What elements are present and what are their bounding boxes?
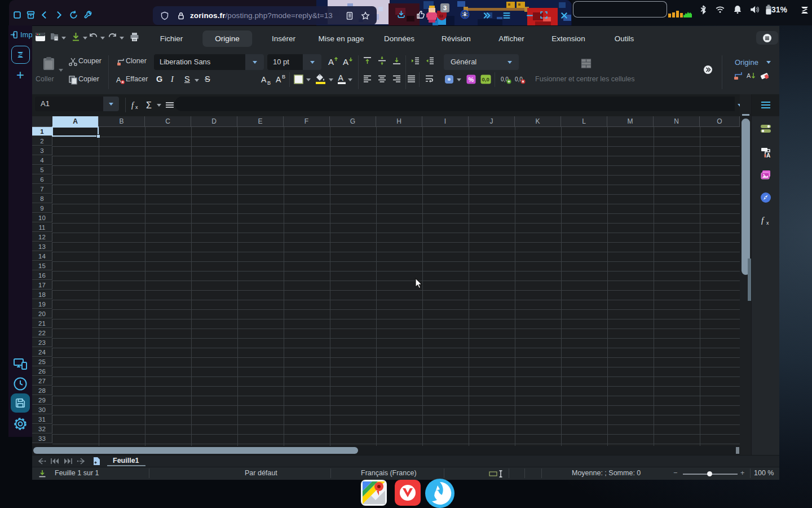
thumbs-up-icon[interactable] [416,10,426,20]
clone-icon[interactable] [116,57,125,67]
autosum-icon[interactable]: Σ [144,99,155,111]
toggles-icon[interactable] [760,123,771,134]
remove-decimal-icon[interactable]: 0,0 [515,74,526,85]
paint-roller-icon[interactable]: A [760,147,771,158]
row-header-16[interactable]: 16 [32,271,52,280]
archive-icon[interactable] [26,10,36,20]
status-style[interactable]: Par défaut [245,469,277,477]
row-header-6[interactable]: 6 [32,175,52,184]
horizontal-scrollbar[interactable] [33,447,358,454]
ribbon-tab-révision[interactable]: Révision [429,30,483,47]
column-headers[interactable]: ABCDEFGHIJKLMNO [32,116,740,127]
row-header-28[interactable]: 28 [32,386,52,395]
more-options-button[interactable] [704,65,712,74]
url-bar[interactable]: zorinos.fr/posting.php?mode=reply&t=13 [153,6,377,25]
fill-color-icon[interactable] [315,73,326,85]
row-header-33[interactable]: 33 [32,434,52,443]
fx-icon[interactable]: fx [760,214,771,226]
row-header-25[interactable]: 25 [32,357,52,366]
download-tray-icon[interactable] [396,10,406,19]
floppy-panel-bg[interactable] [11,393,30,413]
star-icon[interactable] [361,11,370,20]
status-download-icon[interactable] [38,470,46,478]
ribbon-tab-mise-en-page[interactable]: Mise en page [306,30,376,47]
eu-lock-icon[interactable] [460,10,470,19]
row-header-13[interactable]: 13 [32,242,52,251]
row-header-30[interactable]: 30 [32,405,52,414]
font-decrease-icon[interactable]: A [342,56,354,68]
font-size-field[interactable]: 10 pt [267,54,303,70]
row-header-26[interactable]: 26 [32,367,52,376]
row-header-20[interactable]: 20 [32,309,52,318]
row-header-4[interactable]: 4 [32,156,52,165]
column-header-A[interactable]: A [52,116,99,127]
column-header-O[interactable]: O [700,116,740,127]
column-header-F[interactable]: F [284,116,330,127]
named-ranges-icon[interactable] [165,101,174,109]
column-header-C[interactable]: C [145,116,191,127]
row-header-14[interactable]: 14 [32,252,52,261]
row-header-10[interactable]: 10 [32,213,52,222]
align-center-icon[interactable] [377,74,387,84]
ribbon-tab-origine[interactable]: Origine [202,30,252,47]
vivaldi-icon[interactable] [395,480,421,506]
row-header-11[interactable]: 11 [32,223,52,232]
font-increase-icon[interactable]: A [327,56,339,68]
align-top-icon[interactable] [363,56,372,65]
underline-button[interactable]: S [184,75,190,84]
forward-icon[interactable] [54,10,64,20]
row-header-22[interactable]: 22 [32,329,52,338]
reader-icon[interactable] [345,11,354,20]
align-left-icon[interactable] [363,74,372,84]
eraser-icon[interactable] [760,71,770,81]
first-sheet-icon[interactable] [37,457,47,465]
images-icon[interactable] [760,169,771,181]
librewolf-icon[interactable] [425,479,454,508]
paste-dropdown[interactable] [59,69,63,72]
tab-square-icon[interactable] [12,10,22,20]
formula-input[interactable] [175,97,735,111]
devices-icon[interactable] [12,356,28,372]
column-header-N[interactable]: N [654,116,700,127]
paste-icon[interactable] [42,56,55,71]
font-size-dropdown[interactable] [303,54,321,70]
bold-button[interactable]: G [156,75,162,84]
indent-decrease-icon[interactable] [425,56,435,65]
merge-cells-label[interactable]: Fusionner et centrer les cellules [535,75,634,83]
row-header-15[interactable]: 15 [32,261,52,270]
row-header-19[interactable]: 19 [32,300,52,309]
zoom-in-button[interactable]: + [740,469,744,477]
column-header-J[interactable]: J [469,116,515,127]
row-header-31[interactable]: 31 [32,415,52,424]
download-green-icon[interactable] [70,32,81,42]
zorin-tab-icon[interactable] [11,46,30,64]
row-header-7[interactable]: 7 [32,185,52,194]
dropdown-arrow[interactable] [100,37,105,40]
column-header-B[interactable]: B [99,116,145,127]
row-header-8[interactable]: 8 [32,194,52,203]
ribbon-tab-insérer[interactable]: Insérer [259,30,308,47]
gear-icon[interactable] [12,416,28,432]
row-header-21[interactable]: 21 [32,319,52,328]
vertical-split-handle[interactable] [742,114,749,116]
maps-icon[interactable] [361,480,387,506]
row-header-18[interactable]: 18 [32,290,52,299]
number-format-field[interactable]: Général [444,54,519,70]
bluetooth-icon[interactable] [698,5,708,15]
lock-icon[interactable] [176,11,186,20]
next-sheet-icon[interactable] [63,457,73,465]
column-header-G[interactable]: G [330,116,376,127]
undo-icon[interactable] [88,32,99,42]
status-language[interactable]: Français (France) [361,469,417,477]
add-sheet-icon[interactable] [93,457,100,466]
volume-icon[interactable] [749,5,760,15]
ribbon-tab-outils[interactable]: Outils [602,30,647,47]
align-justify-icon[interactable] [407,74,416,84]
url-text[interactable]: zorinos.fr/posting.php?mode=reply&t=13 [190,11,333,20]
ribbon-tab-afficher[interactable]: Afficher [486,30,537,47]
column-header-D[interactable]: D [191,116,237,127]
strike-button[interactable]: S [205,75,210,84]
copy-doc-icon[interactable] [49,32,60,42]
menu-icon[interactable] [502,11,511,20]
column-header-E[interactable]: E [237,116,284,127]
